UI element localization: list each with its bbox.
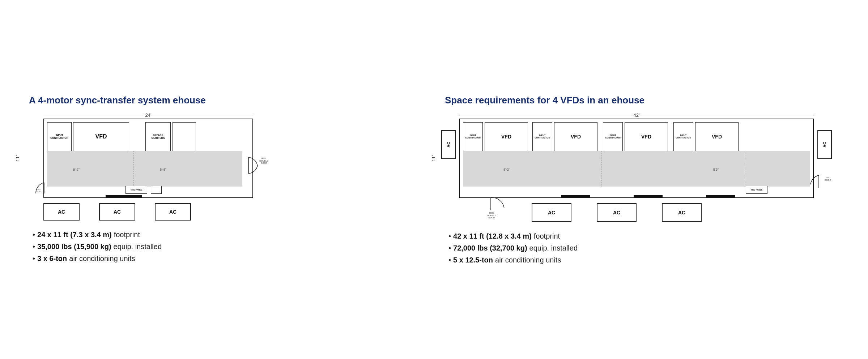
right-walkway [463, 151, 810, 187]
right-panel-box: 480V PANEL [746, 186, 767, 194]
right-input-4: INPUTCONTRACTOR [673, 122, 693, 151]
right-section: Space requirements for 4 VFDs in an ehou… [445, 95, 839, 264]
left-bullet-3: 3 x 6-ton air conditioning units [33, 255, 162, 263]
right-dim-top: 42' [459, 112, 814, 118]
left-section: A 4-motor sync-transfer system ehouse 24… [29, 95, 423, 264]
left-floor-plan: INPUTCONTRACTOR VFD BYPASSSTARTERS 8'-2"… [43, 119, 253, 198]
right-ac-units: AC AC AC [532, 203, 839, 222]
left-bullet-list: 24 x 11 ft (7.3 x 3.4 m) footprint 35,00… [29, 231, 162, 263]
left-ac-3: AC [155, 203, 191, 221]
right-title: Space requirements for 4 VFDs in an ehou… [445, 95, 644, 106]
left-ac-units: AC AC AC [43, 203, 423, 221]
right-door-label-left-fp: 8080DOUBLEDOOR [259, 157, 268, 164]
left-black-bar [106, 195, 142, 197]
right-bullet-1: 42 x 11 ft (12.8 x 3.4 m) footprint [448, 232, 578, 240]
right-dim-side: 11' [431, 155, 436, 162]
right-ac-bottom-1: AC [532, 203, 571, 222]
right-walkway-dim-left: 8'-2" [503, 168, 510, 171]
right-ac-bottom-2: AC [597, 203, 637, 222]
extra-box-left [173, 122, 196, 151]
right-vfd-2: VFD [554, 122, 597, 151]
right-vfd-3: VFD [625, 122, 668, 151]
right-walkway-dim-right: 5'9" [713, 168, 719, 171]
right-door-arc-right [809, 174, 823, 192]
walkway-divider [133, 151, 133, 187]
right-door-label-bottom: 8080DOUBLEDOOR [487, 212, 496, 219]
bypass-starters-box: BYPASSSTARTERS [145, 122, 171, 151]
walkway-dim-left: 8'-2" [73, 168, 80, 171]
left-panel-box: 480V PANEL [125, 186, 147, 194]
right-black-bar-1 [561, 195, 590, 197]
right-vfd-4: VFD [695, 122, 739, 151]
left-ac-2: AC [99, 203, 135, 221]
right-walkway-divider-1 [601, 151, 601, 187]
right-door-arc-left [489, 196, 507, 214]
left-dim-top: 24' [43, 112, 253, 118]
left-double-door-arc [247, 155, 261, 177]
left-bullet-1: 24 x 11 ft (7.3 x 3.4 m) footprint [33, 231, 162, 239]
vfd-1-box: VFD [73, 122, 129, 151]
page-container: A 4-motor sync-transfer system ehouse 24… [14, 80, 854, 279]
right-black-bar-2 [634, 195, 663, 197]
right-input-1: INPUTCONTRACTOR [463, 122, 483, 151]
walkway-dim-right: 5'-8" [160, 168, 166, 171]
right-floor-plan: INPUTCONTRACTOR VFD INPUTCONTRACTOR VFD … [459, 119, 814, 198]
left-panel-box2 [151, 186, 162, 194]
left-floor-plan-wrapper: 24' 11' INPUTCONTRACTOR VFD [29, 112, 423, 221]
left-door-label: 3070DOOR [35, 188, 41, 193]
left-ac-1: AC [43, 203, 80, 221]
right-bullet-list: 42 x 11 ft (12.8 x 3.4 m) footprint 72,0… [445, 232, 578, 264]
left-dim-side: 11' [15, 155, 20, 162]
right-vfd-1: VFD [485, 122, 528, 151]
right-walkway-divider-2 [746, 151, 746, 187]
right-door-label-right: 3070DOOR [825, 176, 831, 181]
left-title: A 4-motor sync-transfer system ehouse [29, 95, 206, 106]
right-bullet-2: 72,000 lbs (32,700 kg) equip. installed [448, 244, 578, 252]
right-bullet-3: 5 x 12.5-ton air conditioning units [448, 256, 578, 264]
right-black-bar-3 [706, 195, 735, 197]
right-ac-left: AC [441, 130, 456, 159]
right-input-2: INPUTCONTRACTOR [532, 122, 552, 151]
left-bullet-2: 35,000 lbs (15,900 kg) equip. installed [33, 243, 162, 251]
input-contractor-box: INPUTCONTRACTOR [47, 122, 72, 151]
right-floor-plan-wrapper: 42' 11' INPUTCONTRACTOR VFD [445, 112, 839, 222]
right-ac-right: AC [817, 130, 832, 159]
right-input-3: INPUTCONTRACTOR [603, 122, 623, 151]
right-ac-bottom-3: AC [662, 203, 702, 222]
